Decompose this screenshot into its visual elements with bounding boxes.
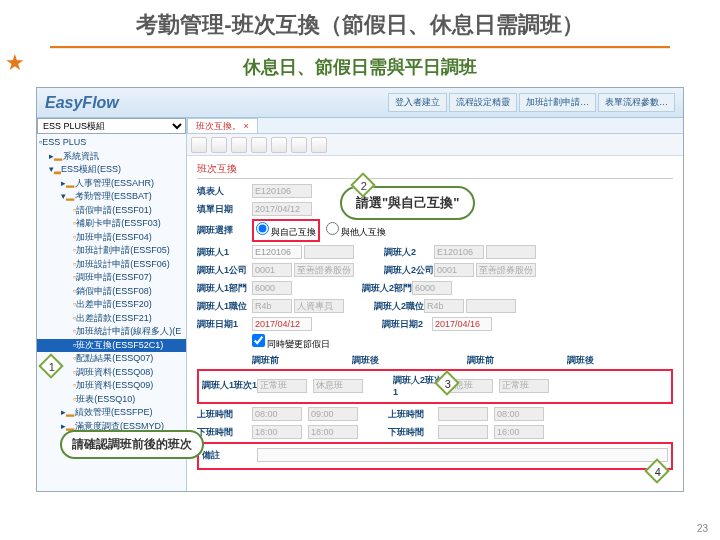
input-shift-after	[499, 379, 549, 393]
tree-item-selected[interactable]: ▫班次互換(ESSF52C1)	[37, 339, 186, 353]
input-p2-company-name	[476, 263, 536, 277]
form-section-title: 班次互換	[197, 162, 673, 179]
label-person2: 調班人2	[384, 246, 434, 259]
label-p1-pos: 調班人1職位	[197, 300, 252, 313]
input-on-time	[494, 407, 544, 421]
app-logo: EasyFlow	[45, 94, 119, 112]
label-applicant: 填表人	[197, 185, 252, 198]
label-p2-dept: 調班人2部門	[362, 282, 412, 295]
input-p1-company	[252, 263, 292, 277]
tab-bar: 班次互換。 ×	[187, 118, 683, 134]
input-apply-date	[252, 202, 312, 216]
label-apply-date: 填單日期	[197, 203, 252, 216]
toolbar-icon[interactable]	[211, 137, 227, 153]
slide-subtitle: 休息日、節假日需與平日調班	[0, 55, 720, 79]
label-person1: 調班人1	[197, 246, 252, 259]
label-off-time: 下班時間	[197, 426, 252, 439]
toolbar-icon[interactable]	[271, 137, 287, 153]
input-off-time	[252, 425, 302, 439]
input-on-time	[252, 407, 302, 421]
input-applicant	[252, 184, 312, 198]
label-off-time: 下班時間	[388, 426, 438, 439]
tree-item[interactable]: ▫銷假申請(ESSF08)	[37, 285, 186, 299]
toolbar-icon[interactable]	[251, 137, 267, 153]
radio-self[interactable]: 與自己互換	[256, 222, 316, 239]
label-p1-dept: 調班人1部門	[197, 282, 252, 295]
toolbar-icon[interactable]	[311, 137, 327, 153]
col-after: 調班後	[567, 354, 667, 367]
input-off-time	[308, 425, 358, 439]
input-p2-dept	[412, 281, 452, 295]
input-on-time	[308, 407, 358, 421]
col-before: 調班前	[467, 354, 567, 367]
header-link[interactable]: 登入者建立	[388, 93, 447, 112]
tree-item[interactable]: ▫加班申請(ESSF04)	[37, 231, 186, 245]
tree-item[interactable]: ▫加班設計申請(ESSF06)	[37, 258, 186, 272]
header-link[interactable]: 加班計劃申請…	[519, 93, 596, 112]
tree-group[interactable]: ▾▂ESS模組(ESS)	[37, 163, 186, 177]
tree-item[interactable]: ▫加班計劃申請(ESSF05)	[37, 244, 186, 258]
label-p1-shift: 調班人1班次1	[202, 379, 257, 392]
tree-item[interactable]: ▫出差請款(ESSF21)	[37, 312, 186, 326]
input-shift-before	[257, 379, 307, 393]
input-person1[interactable]	[252, 245, 302, 259]
input-p1-company-name	[294, 263, 354, 277]
tree-root[interactable]: ▫ESS PLUS	[37, 136, 186, 150]
label-p2-shift: 調班人2班次1	[393, 374, 443, 397]
highlight-remark: 備註	[197, 442, 673, 470]
highlight-swap-choice: 與自己互換	[252, 219, 320, 242]
label-remark: 備註	[202, 449, 257, 462]
input-off-time	[494, 425, 544, 439]
tree-item[interactable]: ▫補刷卡申請(ESSF03)	[37, 217, 186, 231]
tree-node[interactable]: ▸▂績效管理(ESSFPE)	[37, 406, 186, 420]
col-before: 調班前	[252, 354, 352, 367]
label-p2-company: 調班人2公司	[384, 264, 434, 277]
input-p1-pos-name	[294, 299, 344, 313]
page-number: 23	[697, 523, 708, 534]
toolbar-icon[interactable]	[191, 137, 207, 153]
tree-item[interactable]: ▫出差申請(ESSF20)	[37, 298, 186, 312]
tree-group[interactable]: ▸▂系統資訊	[37, 150, 186, 164]
tree-item[interactable]: ▫班表(ESSQ10)	[37, 393, 186, 407]
tree-item[interactable]: ▫加班統計申請(線程多人)(E	[37, 325, 186, 339]
input-p2-company	[434, 263, 474, 277]
tree-item[interactable]: ▫請假申請(ESSF01)	[37, 204, 186, 218]
label-on-time: 上班時間	[388, 408, 438, 421]
tree-node[interactable]: ▸▂人事管理(ESSAHR)	[37, 177, 186, 191]
header-links: 登入者建立 流程設定精靈 加班計劃申請… 表單流程參數…	[388, 93, 675, 112]
checkbox-sync-holiday[interactable]: 同時變更節假日	[252, 334, 330, 351]
input-p2-pos-name	[466, 299, 516, 313]
radio-other[interactable]: 與他人互換	[326, 222, 386, 239]
label-p2-pos: 調班人2職位	[374, 300, 424, 313]
app-header: EasyFlow 登入者建立 流程設定精靈 加班計劃申請… 表單流程參數…	[37, 88, 683, 118]
header-link[interactable]: 流程設定精靈	[449, 93, 517, 112]
star-icon: ★	[5, 50, 25, 76]
input-p1-dept	[252, 281, 292, 295]
tree-item[interactable]: ▫加班資料(ESSQ09)	[37, 379, 186, 393]
input-lookup	[486, 245, 536, 259]
toolbar-icon[interactable]	[291, 137, 307, 153]
main-panel: 班次互換。 × 班次互換 填表人 Ann 填單日期	[187, 118, 683, 491]
highlight-shift-section: 調班人1班次1 調班人2班次1	[197, 369, 673, 404]
tab-active[interactable]: 班次互換。 ×	[187, 118, 258, 133]
input-p1-pos	[252, 299, 292, 313]
tree-item[interactable]: ▫調班申請(ESSF07)	[37, 271, 186, 285]
input-p2-pos	[424, 299, 464, 313]
input-swap-date2[interactable]	[432, 317, 492, 331]
input-remark[interactable]	[257, 448, 668, 462]
callout-confirm-shift: 請確認調班前後的班次	[60, 430, 204, 459]
slide-title: 考勤管理-班次互換（節假日、休息日需調班）	[0, 0, 720, 46]
input-swap-date1[interactable]	[252, 317, 312, 331]
title-rule	[50, 46, 670, 49]
input-on-time	[438, 407, 488, 421]
label-swap-date2: 調班日期2	[382, 318, 432, 331]
toolbar-icon[interactable]	[231, 137, 247, 153]
header-link[interactable]: 表單流程參數…	[598, 93, 675, 112]
tree-node[interactable]: ▾▂考勤管理(ESSBAT)	[37, 190, 186, 204]
input-shift-after	[313, 379, 363, 393]
module-select[interactable]: ESS PLUS模組	[37, 118, 186, 134]
toolbar	[187, 134, 683, 156]
input-lookup[interactable]	[304, 245, 354, 259]
label-on-time: 上班時間	[197, 408, 252, 421]
nav-tree[interactable]: ▫ESS PLUS ▸▂系統資訊 ▾▂ESS模組(ESS) ▸▂人事管理(ESS…	[37, 134, 186, 435]
